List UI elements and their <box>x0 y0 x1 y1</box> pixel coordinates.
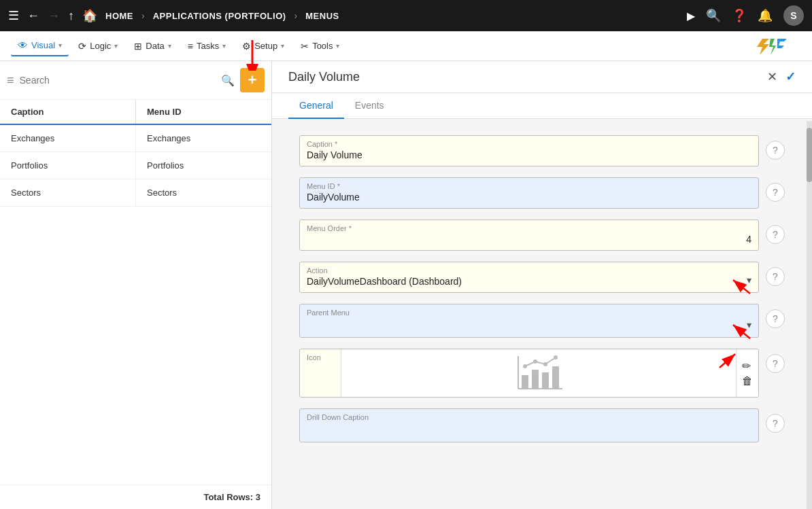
top-nav-right: ▶ 🔍 ❓ 🔔 S <box>687 5 804 26</box>
caption-value: Daily Volume <box>307 150 751 160</box>
data-icon: ⊞ <box>134 41 142 52</box>
tasks-caret: ▾ <box>222 42 226 50</box>
icon-field: Icon <box>299 349 759 398</box>
tools-caret: ▾ <box>336 42 339 50</box>
caption-field-group: Caption * Daily Volume <box>299 135 759 166</box>
action-help-button[interactable]: ? <box>766 267 785 286</box>
top-navigation: ☰ ← → ↑ 🏠 HOME › APPLICATIONS (PORTFOLIO… <box>0 0 812 31</box>
svg-rect-15 <box>532 370 539 389</box>
visual-caret: ▾ <box>58 41 62 49</box>
menuorder-field[interactable]: Menu Order * 4 <box>299 220 759 251</box>
close-button[interactable]: ✕ <box>767 69 777 84</box>
forward-icon[interactable]: → <box>48 9 60 23</box>
row-caption-1: Portfolios <box>0 152 136 179</box>
action-label: Action <box>307 266 738 275</box>
icon-delete-button[interactable]: 🗑 <box>742 375 753 387</box>
parentmenu-field-group: Parent Menu ▾ <box>299 304 759 338</box>
table-row[interactable]: Sectors Sectors <box>0 179 271 207</box>
home-label[interactable]: HOME <box>105 11 133 21</box>
nav-logic[interactable]: ⟳ Logic ▾ <box>71 37 124 56</box>
back-icon[interactable]: ← <box>27 9 39 23</box>
icon-edit-button[interactable]: ✏ <box>742 359 753 372</box>
caption-column-header: Caption <box>0 100 136 124</box>
nav-setup[interactable]: ⚙ Setup ▾ <box>235 37 291 56</box>
data-caret: ▾ <box>168 42 171 50</box>
tasks-icon: ≡ <box>188 41 193 52</box>
row-caption-2: Sectors <box>0 179 136 206</box>
main-content: ≡ 🔍 + Caption Menu ID <box>0 61 812 509</box>
row-menuid-0: Exchanges <box>136 125 271 152</box>
menuid-value: DailyVolume <box>307 192 751 203</box>
right-panel-header: Daily Volume ✕ ✓ <box>272 61 812 93</box>
parentmenu-dropdown-icon: ▾ <box>747 319 751 330</box>
help-icon[interactable]: ❓ <box>732 8 747 23</box>
tab-general[interactable]: General <box>288 93 344 119</box>
search-nav-icon[interactable]: 🔍 <box>706 8 721 23</box>
svg-rect-16 <box>542 372 549 389</box>
icon-row: Icon <box>299 349 785 398</box>
filter-icon[interactable]: ≡ <box>7 73 14 88</box>
table-row[interactable]: Portfolios Portfolios <box>0 152 271 179</box>
add-button[interactable]: + <box>240 68 265 92</box>
nav-data[interactable]: ⊞ Data ▾ <box>127 37 177 56</box>
bell-icon[interactable]: 🔔 <box>758 8 773 23</box>
action-row: Action DailyVolumeDashboard (Dashboard) … <box>299 262 785 293</box>
drilldown-field[interactable]: Drill Down Caption <box>299 408 759 442</box>
nav-setup-label: Setup <box>254 41 277 51</box>
caption-field[interactable]: Caption * Daily Volume <box>299 135 759 166</box>
row-menuid-1: Portfolios <box>136 152 271 179</box>
menuid-field[interactable]: Menu ID * DailyVolume <box>299 177 759 209</box>
nav-tasks[interactable]: ≡ Tasks ▾ <box>181 37 233 56</box>
row-caption-0: Exchanges <box>0 125 136 152</box>
nav-visual[interactable]: 👁 Visual ▾ <box>11 35 69 56</box>
menuorder-value: 4 <box>307 234 751 245</box>
drilldown-row: Drill Down Caption ? <box>299 408 785 442</box>
confirm-button[interactable]: ✓ <box>785 69 796 84</box>
nav-tools[interactable]: ✂ Tools ▾ <box>294 37 346 56</box>
svg-text:FIVE: FIVE <box>789 41 801 53</box>
icon-help-button[interactable]: ? <box>766 354 785 373</box>
hamburger-icon[interactable]: ☰ <box>8 8 19 23</box>
tabs-bar: General Events <box>272 93 812 119</box>
menuorder-help-button[interactable]: ? <box>766 225 785 244</box>
play-icon[interactable]: ▶ <box>687 10 695 22</box>
eye-icon: 👁 <box>18 39 28 51</box>
menuid-field-group: Menu ID * DailyVolume <box>299 177 759 209</box>
chart-icon-svg <box>511 349 566 397</box>
breadcrumb-arrow-1: › <box>141 10 145 21</box>
icon-field-group: Icon <box>299 349 759 398</box>
second-navigation: 👁 Visual ▾ ⟳ Logic ▾ ⊞ Data ▾ ≡ Tasks ▾ … <box>0 31 812 61</box>
search-bar: ≡ 🔍 + <box>0 61 271 100</box>
up-icon[interactable]: ↑ <box>68 9 74 23</box>
parentmenu-help-button[interactable]: ? <box>766 309 785 328</box>
breadcrumb-arrow-2: › <box>294 10 298 21</box>
svg-rect-14 <box>522 375 528 389</box>
drilldown-field-group: Drill Down Caption <box>299 408 759 442</box>
icon-actions: ✏ 🗑 <box>736 349 758 397</box>
caption-help-button[interactable]: ? <box>766 141 785 160</box>
applications-breadcrumb[interactable]: APPLICATIONS (PORTFOLIO) <box>153 11 286 21</box>
icon-preview <box>341 349 736 397</box>
search-input[interactable] <box>20 75 216 86</box>
nav-visual-label: Visual <box>31 40 55 50</box>
user-avatar[interactable]: S <box>783 5 804 26</box>
scrollbar-track[interactable] <box>807 121 812 509</box>
menuorder-field-group: Menu Order * 4 <box>299 220 759 251</box>
home-icon[interactable]: 🏠 <box>82 8 97 23</box>
parentmenu-label: Parent Menu <box>307 309 738 317</box>
action-field[interactable]: Action DailyVolumeDashboard (Dashboard) … <box>299 262 759 293</box>
menuid-help-button[interactable]: ? <box>766 183 785 202</box>
five-logo: FIVE <box>757 36 801 56</box>
menus-breadcrumb[interactable]: MENUS <box>305 11 339 21</box>
table-row[interactable]: Exchanges Exchanges <box>0 125 271 152</box>
parentmenu-field[interactable]: Parent Menu ▾ <box>299 304 759 338</box>
tab-events[interactable]: Events <box>344 93 395 119</box>
table-header: Caption Menu ID <box>0 100 271 125</box>
icon-label: Icon <box>307 353 334 362</box>
row-menuid-2: Sectors <box>136 179 271 206</box>
search-button[interactable]: 🔍 <box>221 74 235 87</box>
form-area: Caption * Daily Volume ? Menu ID * Daily… <box>272 119 812 509</box>
scrollbar-thumb[interactable] <box>807 128 812 182</box>
icon-label-area: Icon <box>300 349 341 397</box>
drilldown-help-button[interactable]: ? <box>766 414 785 433</box>
